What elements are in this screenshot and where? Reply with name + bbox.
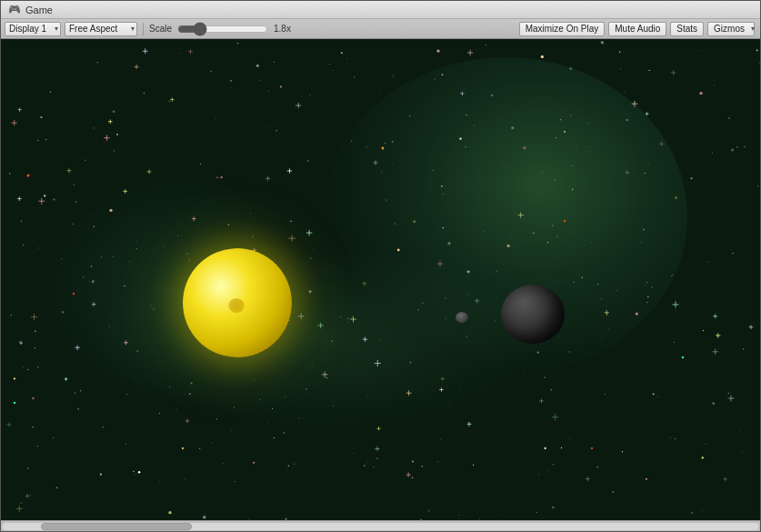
title-bar: 🎮 Game <box>1 1 760 19</box>
window-icon: 🎮 <box>8 4 21 16</box>
svg-point-127 <box>179 53 180 54</box>
svg-point-299 <box>44 195 45 196</box>
svg-point-67 <box>474 125 475 126</box>
svg-point-96 <box>409 115 411 117</box>
svg-point-456 <box>116 134 118 136</box>
svg-point-360 <box>756 49 758 51</box>
svg-point-348 <box>467 294 468 295</box>
svg-point-170 <box>466 336 467 336</box>
horizontal-scrollbar-thumb[interactable] <box>41 523 192 530</box>
svg-point-221 <box>536 512 537 513</box>
svg-point-148 <box>346 58 347 59</box>
svg-point-236 <box>646 282 647 283</box>
svg-point-139 <box>35 331 35 332</box>
gizmos-button[interactable]: Gizmos <box>707 22 755 36</box>
svg-point-412 <box>380 339 381 340</box>
game-viewport <box>1 39 760 520</box>
svg-point-154 <box>421 519 422 520</box>
svg-point-48 <box>424 203 425 204</box>
svg-point-72 <box>545 447 546 449</box>
svg-point-184 <box>144 276 145 277</box>
scale-slider[interactable] <box>177 24 268 35</box>
svg-point-265 <box>403 380 404 381</box>
svg-point-175 <box>385 143 386 144</box>
svg-point-88 <box>646 478 647 480</box>
svg-point-387 <box>254 379 255 380</box>
svg-point-445 <box>353 453 354 454</box>
svg-point-51 <box>144 93 145 94</box>
svg-point-416 <box>23 366 24 367</box>
svg-point-369 <box>216 418 217 419</box>
svg-point-85 <box>301 127 302 128</box>
svg-point-307 <box>728 393 729 394</box>
svg-point-308 <box>94 226 95 227</box>
svg-point-375 <box>744 146 745 147</box>
svg-point-56 <box>692 512 693 513</box>
svg-point-52 <box>392 164 393 165</box>
svg-point-325 <box>191 382 193 384</box>
svg-point-374 <box>483 231 484 232</box>
window-title: Game <box>25 5 53 15</box>
svg-point-197 <box>19 341 20 342</box>
svg-point-347 <box>220 176 223 179</box>
svg-point-63 <box>367 396 368 396</box>
svg-point-247 <box>290 221 292 223</box>
svg-point-203 <box>329 64 330 65</box>
svg-point-379 <box>259 399 260 400</box>
svg-point-240 <box>648 165 649 166</box>
svg-point-367 <box>596 467 597 467</box>
svg-point-198 <box>616 290 616 291</box>
display-select[interactable]: Display 1 <box>5 22 61 36</box>
svg-point-207 <box>235 481 235 482</box>
svg-point-291 <box>394 159 395 160</box>
svg-point-182 <box>392 141 394 143</box>
svg-point-422 <box>169 101 171 103</box>
svg-point-262 <box>168 511 171 514</box>
svg-point-429 <box>268 422 269 423</box>
svg-point-324 <box>341 52 343 54</box>
mute-audio-button[interactable]: Mute Audio <box>608 22 666 36</box>
svg-point-76 <box>189 393 191 395</box>
gizmos-dropdown-icon[interactable]: ▾ <box>751 25 755 33</box>
svg-point-181 <box>608 327 609 328</box>
svg-point-171 <box>703 226 704 226</box>
svg-point-42 <box>133 471 134 472</box>
horizontal-scrollbar-track[interactable] <box>3 523 758 530</box>
svg-point-202 <box>600 338 601 339</box>
svg-point-499 <box>382 147 385 150</box>
svg-point-152 <box>703 330 704 331</box>
svg-point-75 <box>436 49 439 52</box>
stats-button[interactable]: Stats <box>670 22 704 36</box>
svg-point-199 <box>435 79 436 80</box>
svg-point-104 <box>459 386 460 387</box>
aspect-select[interactable]: Free Aspect <box>65 22 137 36</box>
svg-point-108 <box>65 509 65 510</box>
svg-point-302 <box>375 450 375 451</box>
svg-point-427 <box>56 487 58 488</box>
svg-point-183 <box>640 242 641 243</box>
svg-point-119 <box>366 462 367 463</box>
svg-point-55 <box>332 341 333 342</box>
svg-point-400 <box>381 172 382 173</box>
svg-point-355 <box>231 430 232 431</box>
svg-point-47 <box>443 194 444 195</box>
svg-point-497 <box>73 293 75 295</box>
svg-point-261 <box>696 118 696 119</box>
svg-point-115 <box>85 159 85 160</box>
svg-point-419 <box>27 369 28 370</box>
svg-point-101 <box>576 147 576 148</box>
svg-point-103 <box>164 246 165 247</box>
svg-point-469 <box>234 407 235 408</box>
svg-point-18 <box>552 507 554 508</box>
svg-point-486 <box>253 462 255 464</box>
svg-point-391 <box>433 170 434 171</box>
svg-point-227 <box>103 427 104 427</box>
svg-point-59 <box>397 127 398 128</box>
svg-point-200 <box>643 229 645 231</box>
svg-point-122 <box>620 68 621 69</box>
display-select-wrapper[interactable]: Display 1 <box>5 22 61 36</box>
svg-point-300 <box>645 173 646 174</box>
maximize-on-play-button[interactable]: Maximize On Play <box>519 22 606 36</box>
aspect-select-wrapper[interactable]: Free Aspect <box>65 22 137 36</box>
dark-planet <box>501 285 565 344</box>
